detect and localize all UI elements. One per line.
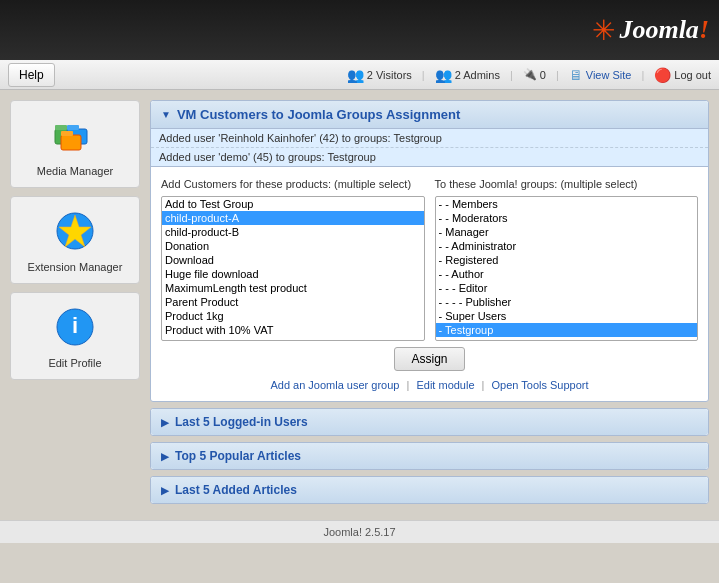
main-content: Media Manager Extension Manager i Edit P… [0,90,719,520]
nav-divider-4: | [641,69,644,81]
products-select[interactable]: Add to Test Group child-product-A child-… [161,196,425,341]
product-option[interactable]: child-product-A [162,211,424,225]
product-option[interactable]: Parent Product [162,295,424,309]
content-area: ▼ VM Customers to Joomla Groups Assignme… [150,100,709,510]
product-option[interactable]: Product 1kg [162,309,424,323]
product-option[interactable]: Donation [162,239,424,253]
top5articles-panel: ▶ Top 5 Popular Articles [150,442,709,470]
visitors-indicator: 👥 2 Visitors [347,67,412,83]
product-option[interactable]: Huge file download [162,267,424,281]
groups-column: To these Joomla! groups: (multiple selec… [435,177,699,341]
footer: Joomla! 2.5.17 [0,520,719,543]
add-group-link[interactable]: Add an Joomla user group [270,379,399,391]
product-option[interactable]: Download [162,253,424,267]
online-count: 0 [540,69,546,81]
nav-left: Help [8,63,55,87]
logout-icon: 🔴 [654,67,671,83]
group-option[interactable]: - - Members [436,197,698,211]
group-option[interactable]: - - Author [436,267,698,281]
svg-rect-4 [61,135,81,150]
header: ✳ Joomla! [0,0,719,60]
status-msg-2: Added user 'demo' (45) to groups: Testgr… [151,148,708,166]
products-column: Add Customers for these products: (multi… [161,177,425,341]
last5added-label: Last 5 Added Articles [175,483,297,497]
assign-button[interactable]: Assign [394,347,464,371]
visitors-count: 2 Visitors [367,69,412,81]
groups-column-label: To these Joomla! groups: (multiple selec… [435,177,699,192]
group-option[interactable]: - Super Users [436,309,698,323]
edit-profile-icon: i [51,303,99,351]
navbar: Help 👥 2 Visitors | 👥 2 Admins | 🔌 0 | 🖥… [0,60,719,90]
top5articles-header[interactable]: ▶ Top 5 Popular Articles [151,443,708,469]
link-sep-1: | [407,379,410,391]
nav-divider-2: | [510,69,513,81]
admins-icon: 👥 [435,67,452,83]
last5logged-panel: ▶ Last 5 Logged-in Users [150,408,709,436]
nav-item-help[interactable]: Help [8,63,55,87]
action-links: Add an Joomla user group | Edit module |… [161,379,698,391]
svg-rect-5 [61,131,73,136]
group-option[interactable]: - - Administrator [436,239,698,253]
extension-manager-label: Extension Manager [28,261,123,273]
panel-arrow-icon: ▼ [161,109,171,120]
assign-button-row: Assign [161,347,698,371]
groups-select[interactable]: - - Members - - Moderators - Manager - -… [435,196,699,341]
online-icon: 🔌 [523,68,537,81]
sidebar-item-edit-profile[interactable]: i Edit Profile [10,292,140,380]
group-option[interactable]: - - - Editor [436,281,698,295]
product-option[interactable]: MaximumLength test product [162,281,424,295]
group-option[interactable]: - Manager [436,225,698,239]
tools-support-link[interactable]: Open Tools Support [492,379,589,391]
joomla-star-icon: ✳ [592,14,615,47]
product-option[interactable]: child-product-B [162,225,424,239]
top5articles-label: Top 5 Popular Articles [175,449,301,463]
collapse-arrow-icon-3: ▶ [161,485,169,496]
extension-manager-icon [51,207,99,255]
nav-divider-3: | [556,69,559,81]
view-site-link[interactable]: 🖥 View Site [569,67,632,83]
group-option[interactable]: - - - - Publisher [436,295,698,309]
last5added-panel: ▶ Last 5 Added Articles [150,476,709,504]
edit-profile-label: Edit Profile [48,357,101,369]
vm-assignment-panel: ▼ VM Customers to Joomla Groups Assignme… [150,100,709,402]
svg-text:i: i [72,313,78,338]
last5added-header[interactable]: ▶ Last 5 Added Articles [151,477,708,503]
sidebar-item-media-manager[interactable]: Media Manager [10,100,140,188]
product-option[interactable]: Product with 10% VAT [162,323,424,337]
group-option[interactable]: - - Moderators [436,211,698,225]
group-option[interactable]: - Testgroup [436,323,698,337]
last5logged-header[interactable]: ▶ Last 5 Logged-in Users [151,409,708,435]
joomla-brand-name: Joomla! [619,15,709,45]
online-indicator: 🔌 0 [523,68,546,81]
nav-right: 👥 2 Visitors | 👥 2 Admins | 🔌 0 | 🖥 View… [347,67,711,83]
media-manager-icon [51,111,99,159]
last5logged-label: Last 5 Logged-in Users [175,415,308,429]
edit-module-link[interactable]: Edit module [416,379,474,391]
view-site-icon: 🖥 [569,67,583,83]
status-msg-1: Added user 'Reinhold Kainhofer' (42) to … [151,129,708,148]
visitors-icon: 👥 [347,67,364,83]
logout-label: Log out [674,69,711,81]
joomla-logo: ✳ Joomla! [592,14,709,47]
products-column-label: Add Customers for these products: (multi… [161,177,425,192]
svg-rect-3 [67,125,79,130]
view-site-label: View Site [586,69,632,81]
group-option[interactable]: - Registered [436,253,698,267]
collapse-arrow-icon-1: ▶ [161,417,169,428]
sidebar: Media Manager Extension Manager i Edit P… [10,100,140,510]
link-sep-2: | [482,379,485,391]
svg-rect-1 [55,125,67,130]
footer-version: Joomla! 2.5.17 [323,526,395,538]
vm-panel-title: VM Customers to Joomla Groups Assignment [177,107,460,122]
vm-panel-header: ▼ VM Customers to Joomla Groups Assignme… [151,101,708,129]
logout-button[interactable]: 🔴 Log out [654,67,711,83]
sidebar-item-extension-manager[interactable]: Extension Manager [10,196,140,284]
admins-count: 2 Admins [455,69,500,81]
assignment-body: Add Customers for these products: (multi… [151,167,708,401]
admins-indicator: 👥 2 Admins [435,67,500,83]
collapse-arrow-icon-2: ▶ [161,451,169,462]
product-option[interactable]: Add to Test Group [162,197,424,211]
media-manager-label: Media Manager [37,165,113,177]
status-messages: Added user 'Reinhold Kainhofer' (42) to … [151,129,708,167]
assignment-columns: Add Customers for these products: (multi… [161,177,698,341]
